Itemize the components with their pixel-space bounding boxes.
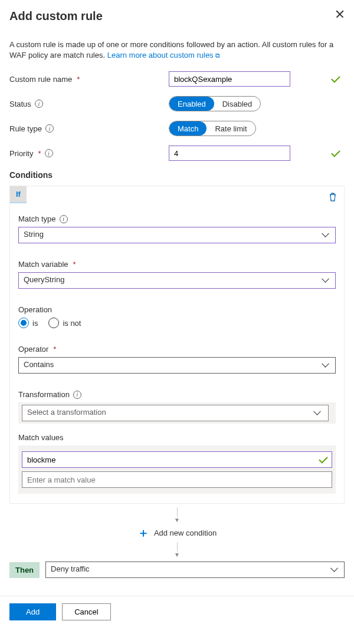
status-toggle[interactable]: Enabled Disabled: [169, 96, 261, 111]
delete-match-value-icon[interactable]: [329, 192, 337, 202]
operator-select[interactable]: Contains: [18, 357, 336, 374]
then-tag: Then: [9, 562, 40, 578]
info-icon[interactable]: i: [45, 149, 53, 157]
connector-line: ▼: [9, 542, 345, 558]
operation-is-not-radio[interactable]: is not: [48, 318, 81, 328]
then-action-select[interactable]: Deny traffic: [45, 562, 345, 578]
status-disabled[interactable]: Disabled: [214, 97, 261, 111]
match-type-label: Match type i: [18, 214, 336, 223]
match-variable-select[interactable]: QueryString: [18, 272, 336, 289]
match-variable-label: Match variable*: [18, 260, 336, 269]
transformation-select[interactable]: Select a transformation: [22, 405, 329, 421]
external-link-icon: ⧉: [215, 52, 220, 59]
operation-label: Operation: [18, 305, 336, 314]
rule-type-toggle[interactable]: Match Rate limit: [169, 121, 256, 136]
operator-label: Operator*: [18, 345, 336, 354]
match-values-label: Match values: [18, 433, 336, 442]
valid-check-icon: [331, 148, 340, 157]
learn-more-link[interactable]: Learn more about custom rules ⧉: [107, 51, 221, 60]
status-label: Status i: [9, 100, 169, 108]
operation-is-radio[interactable]: is: [18, 318, 38, 328]
match-value-input-new[interactable]: [22, 471, 332, 488]
description: A custom rule is made up of one or more …: [9, 39, 345, 61]
add-button[interactable]: Add: [9, 603, 56, 620]
priority-input[interactable]: [169, 146, 290, 161]
valid-check-icon: [331, 74, 340, 83]
rule-type-match[interactable]: Match: [169, 121, 206, 136]
info-icon[interactable]: i: [60, 215, 68, 223]
close-icon[interactable]: [335, 9, 345, 19]
match-value-input-1[interactable]: [22, 451, 332, 468]
page-title: Add custom rule: [9, 9, 103, 23]
condition-block: If Match type i String Match variable* Q…: [9, 186, 345, 504]
status-enabled[interactable]: Enabled: [169, 97, 214, 111]
info-icon[interactable]: i: [45, 124, 54, 133]
conditions-heading: Conditions: [9, 170, 345, 180]
cancel-button[interactable]: Cancel: [62, 603, 110, 620]
custom-rule-name-label: Custom rule name*: [9, 75, 169, 84]
match-type-select[interactable]: String: [18, 227, 336, 243]
transformation-label: Transformation i: [18, 390, 336, 399]
add-new-condition-button[interactable]: ＋ Add new condition: [9, 527, 345, 539]
info-icon[interactable]: i: [35, 100, 43, 108]
priority-label: Priority* i: [9, 149, 169, 158]
if-tag: If: [10, 186, 27, 203]
connector-line: ▼: [9, 507, 345, 523]
info-icon[interactable]: i: [73, 391, 81, 399]
plus-icon: ＋: [137, 527, 149, 539]
rule-type-rate-limit[interactable]: Rate limit: [206, 121, 255, 136]
custom-rule-name-input[interactable]: [169, 71, 290, 87]
rule-type-label: Rule type i: [9, 124, 169, 133]
